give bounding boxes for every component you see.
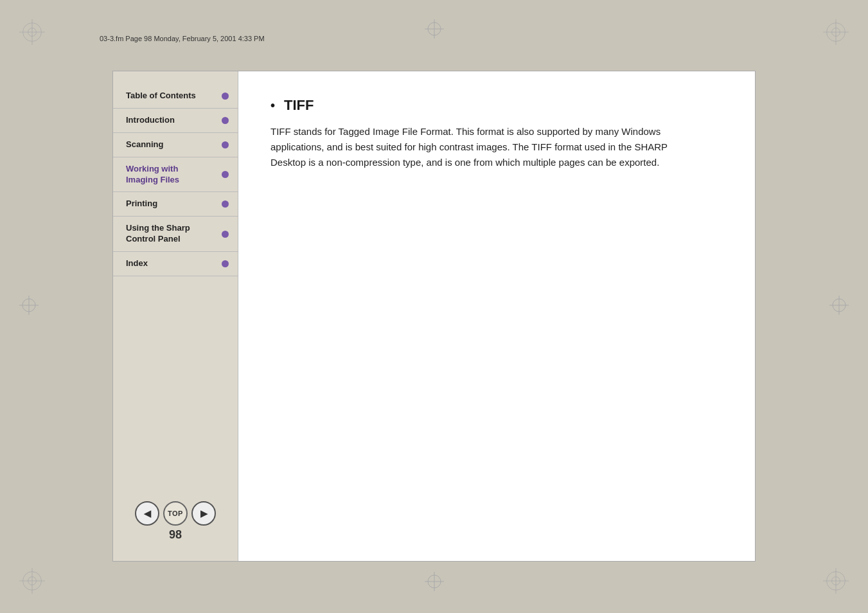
prev-icon: ◀ bbox=[144, 508, 151, 519]
sidebar: Table of Contents Introduction Scanning … bbox=[113, 71, 238, 561]
sidebar-item-introduction[interactable]: Introduction bbox=[113, 109, 238, 133]
left-center-mark bbox=[19, 296, 39, 317]
next-button[interactable]: ▶ bbox=[191, 501, 216, 526]
corner-mark-br bbox=[823, 568, 849, 594]
nav-dot-imaging bbox=[222, 171, 229, 178]
page-number: 98 bbox=[169, 528, 182, 542]
main-content: • TIFF TIFF stands for Tagged Image File… bbox=[238, 71, 755, 561]
nav-dot-intro bbox=[222, 117, 229, 124]
top-button[interactable]: TOP bbox=[163, 501, 188, 526]
tiff-description: TIFF stands for Tagged Image File Format… bbox=[270, 124, 669, 170]
prev-button[interactable]: ◀ bbox=[135, 501, 159, 526]
sidebar-label-scanning: Scanning bbox=[126, 139, 218, 150]
sidebar-item-table-of-contents[interactable]: Table of Contents bbox=[113, 84, 238, 109]
corner-mark-bl bbox=[19, 568, 45, 594]
sidebar-label-working-imaging: Working withImaging Files bbox=[126, 164, 218, 186]
sidebar-item-scanning[interactable]: Scanning bbox=[113, 133, 238, 157]
nav-button-row: ◀ TOP ▶ bbox=[135, 501, 216, 526]
sidebar-label-sharp-control: Using the SharpControl Panel bbox=[126, 223, 218, 245]
nav-dot-printing bbox=[222, 200, 229, 208]
sidebar-item-using-sharp-control-panel[interactable]: Using the SharpControl Panel bbox=[113, 217, 238, 252]
file-info: 03-3.fm Page 98 Monday, February 5, 2001… bbox=[100, 35, 265, 42]
document: Table of Contents Introduction Scanning … bbox=[112, 71, 756, 562]
sidebar-label-index: Index bbox=[126, 258, 218, 269]
tiff-heading: TIFF bbox=[284, 97, 314, 114]
sidebar-label-printing: Printing bbox=[126, 199, 218, 209]
nav-dot-scanning bbox=[222, 141, 229, 148]
bullet-symbol: • bbox=[270, 98, 275, 113]
sidebar-item-working-with-imaging-files[interactable]: Working withImaging Files bbox=[113, 157, 238, 193]
corner-mark-tr bbox=[823, 19, 849, 45]
sidebar-item-printing[interactable]: Printing bbox=[113, 192, 238, 217]
corner-mark-tl bbox=[19, 19, 45, 45]
section-title: • TIFF bbox=[270, 97, 723, 114]
next-icon: ▶ bbox=[200, 508, 208, 519]
nav-dot-sharp-control bbox=[222, 231, 229, 238]
sidebar-item-index[interactable]: Index bbox=[113, 252, 238, 276]
sidebar-label-introduction: Introduction bbox=[126, 115, 218, 126]
nav-dot-index bbox=[222, 260, 229, 267]
nav-buttons-area: ◀ TOP ▶ 98 bbox=[113, 488, 238, 548]
bottom-center-mark bbox=[425, 572, 444, 594]
sidebar-label-table-of-contents: Table of Contents bbox=[126, 91, 218, 102]
nav-dot-toc bbox=[222, 93, 229, 100]
header-bar: 03-3.fm Page 98 Monday, February 5, 2001… bbox=[100, 32, 768, 45]
top-label: TOP bbox=[168, 510, 183, 517]
right-center-mark bbox=[829, 296, 849, 317]
